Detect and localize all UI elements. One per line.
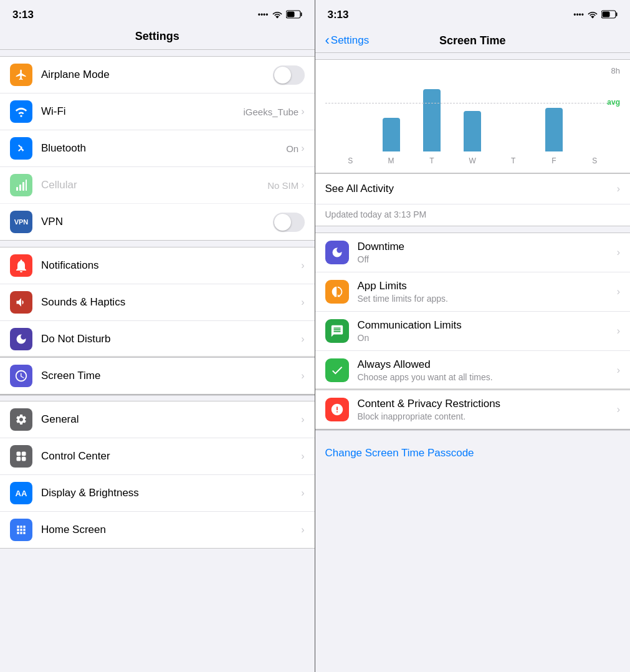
svg-rect-6 bbox=[26, 180, 27, 191]
vpn-icon: VPN bbox=[10, 211, 32, 233]
day-label-s1: S bbox=[330, 156, 371, 165]
downtime-icon bbox=[325, 241, 349, 264]
settings-row-general[interactable]: General › bbox=[0, 401, 315, 438]
app-limits-text: App Limits Set time limits for apps. bbox=[358, 280, 617, 304]
bluetooth-content: Bluetooth bbox=[41, 142, 286, 155]
dnd-chevron: › bbox=[301, 334, 304, 345]
display-icon: AA bbox=[10, 482, 32, 504]
svg-rect-3 bbox=[16, 187, 18, 191]
wifi-right: iGeeks_Tube › bbox=[244, 106, 305, 117]
always-allowed-chevron: › bbox=[617, 365, 620, 376]
bluetooth-chevron: › bbox=[301, 143, 304, 154]
chart-bar-t1 bbox=[411, 89, 452, 151]
display-right: › bbox=[301, 487, 304, 499]
left-nav-title: Settings bbox=[135, 30, 179, 42]
content-privacy-title: Content & Privacy Restrictions bbox=[358, 398, 617, 410]
updated-text: Updated today at 3:13 PM bbox=[315, 204, 631, 226]
cellular-value: No SIM bbox=[267, 180, 298, 191]
see-all-section: See All Activity › Updated today at 3:13… bbox=[315, 173, 631, 226]
settings-row-sounds[interactable]: Sounds & Haptics › bbox=[0, 284, 315, 321]
settings-row-control-center[interactable]: Control Center › bbox=[0, 438, 315, 475]
svg-rect-7 bbox=[17, 452, 21, 456]
vpn-toggle[interactable] bbox=[273, 213, 305, 232]
settings-row-bluetooth[interactable]: Bluetooth On › bbox=[0, 130, 315, 167]
passcode-link-row[interactable]: Change Screen Time Passcode bbox=[315, 436, 631, 471]
always-allowed-icon bbox=[325, 358, 349, 382]
cellular-label: Cellular bbox=[41, 179, 267, 191]
chart-day-labels: S M T W T F S bbox=[325, 154, 621, 165]
settings-list[interactable]: Airplane Mode Wi-Fi iGeeks_Tube › bbox=[0, 50, 315, 672]
right-nav-header: ‹ Settings Screen Time bbox=[315, 25, 631, 53]
see-all-row[interactable]: See All Activity › bbox=[315, 174, 631, 204]
settings-row-vpn[interactable]: VPN VPN bbox=[0, 204, 315, 240]
st-row-comm-limits[interactable]: Communication Limits On › bbox=[315, 312, 631, 351]
svg-rect-2 bbox=[287, 11, 294, 17]
display-chevron: › bbox=[301, 487, 304, 499]
settings-row-display[interactable]: AA Display & Brightness › bbox=[0, 475, 315, 512]
back-label: Settings bbox=[331, 34, 369, 47]
st-row-app-limits[interactable]: App Limits Set time limits for apps. › bbox=[315, 272, 631, 312]
back-button[interactable]: ‹ Settings bbox=[325, 34, 370, 47]
signal-icon: •••• bbox=[258, 11, 269, 19]
chart-y-label: 8h bbox=[611, 66, 620, 75]
home-screen-chevron: › bbox=[301, 524, 304, 535]
chart-bar-f bbox=[533, 108, 574, 151]
sounds-label: Sounds & Haptics bbox=[41, 296, 301, 309]
airplane-mode-toggle[interactable] bbox=[273, 65, 305, 85]
svg-rect-5 bbox=[22, 182, 24, 191]
battery-icon bbox=[286, 10, 302, 21]
screen-time-chart: 8h avg S M T W T F S bbox=[315, 59, 631, 173]
bluetooth-value: On bbox=[286, 143, 298, 154]
sounds-right: › bbox=[301, 297, 304, 308]
settings-row-notifications[interactable]: Notifications › bbox=[0, 247, 315, 284]
notifications-label: Notifications bbox=[41, 259, 301, 272]
left-status-time: 3:13 bbox=[12, 9, 34, 21]
notifications-chevron: › bbox=[301, 260, 304, 271]
home-screen-right: › bbox=[301, 524, 304, 535]
wifi-chevron: › bbox=[301, 106, 304, 117]
comm-limits-title: Communication Limits bbox=[358, 319, 617, 332]
bluetooth-right: On › bbox=[286, 143, 304, 154]
general-content: General bbox=[41, 413, 301, 426]
airplane-mode-icon bbox=[10, 64, 32, 86]
screen-time-title: Screen Time bbox=[439, 34, 506, 47]
home-screen-label: Home Screen bbox=[41, 524, 301, 536]
downtime-title: Downtime bbox=[358, 241, 617, 253]
airplane-mode-content: Airplane Mode bbox=[41, 69, 273, 81]
settings-row-airplane-mode[interactable]: Airplane Mode bbox=[0, 57, 315, 94]
svg-rect-13 bbox=[603, 11, 610, 17]
change-passcode-link[interactable]: Change Screen Time Passcode bbox=[325, 447, 474, 459]
st-row-content-privacy[interactable]: Content & Privacy Restrictions Block ina… bbox=[315, 390, 631, 429]
downtime-text: Downtime Off bbox=[358, 241, 617, 264]
cellular-content: Cellular bbox=[41, 179, 267, 191]
home-screen-icon bbox=[10, 519, 32, 541]
notifications-icon bbox=[10, 254, 32, 277]
control-center-label: Control Center bbox=[41, 450, 301, 463]
right-signal-icon: •••• bbox=[573, 11, 584, 19]
bluetooth-icon bbox=[10, 137, 32, 160]
settings-row-home-screen[interactable]: Home Screen › bbox=[0, 512, 315, 548]
settings-row-wifi[interactable]: Wi-Fi iGeeks_Tube › bbox=[0, 94, 315, 130]
st-items-section: Downtime Off › App Limits Set time limit… bbox=[315, 233, 631, 430]
day-label-w: W bbox=[452, 156, 493, 165]
settings-row-dnd[interactable]: Do Not Disturb › bbox=[0, 321, 315, 358]
always-allowed-text: Always Allowed Choose apps you want at a… bbox=[358, 358, 617, 382]
display-content: Display & Brightness bbox=[41, 487, 301, 499]
settings-row-cellular[interactable]: Cellular No SIM › bbox=[0, 167, 315, 204]
app-limits-icon bbox=[325, 280, 349, 304]
settings-row-screen-time[interactable]: Screen Time › bbox=[0, 358, 315, 394]
st-row-downtime[interactable]: Downtime Off › bbox=[315, 233, 631, 272]
always-allowed-sub: Choose apps you want at all times. bbox=[358, 372, 617, 382]
wifi-content: Wi-Fi bbox=[41, 105, 244, 118]
sounds-icon bbox=[10, 291, 32, 314]
content-privacy-text: Content & Privacy Restrictions Block ina… bbox=[358, 398, 617, 421]
airplane-mode-label: Airplane Mode bbox=[41, 69, 273, 81]
app-limits-sub: Set time limits for apps. bbox=[358, 294, 617, 304]
screen-time-chevron: › bbox=[301, 370, 304, 382]
chart-top-label: 8h bbox=[325, 66, 621, 75]
st-row-always-allowed[interactable]: Always Allowed Choose apps you want at a… bbox=[315, 351, 631, 390]
back-chevron-icon: ‹ bbox=[325, 34, 330, 47]
chart-bar-w bbox=[452, 111, 493, 151]
notifications-right: › bbox=[301, 260, 304, 271]
dnd-label: Do Not Disturb bbox=[41, 333, 301, 345]
